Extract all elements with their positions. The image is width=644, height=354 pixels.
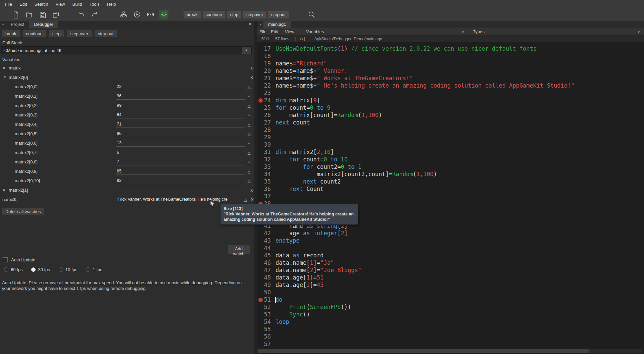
code-line[interactable]: 25for count=0 to 9 — [257, 104, 644, 111]
code-line[interactable]: 51do — [257, 296, 644, 303]
line-number[interactable]: 45 — [257, 252, 271, 259]
variable-graph-button[interactable]: △ — [246, 159, 252, 165]
line-number[interactable]: 25 — [257, 104, 271, 111]
code-editor[interactable]: 17UseNewDefaultFonts(1) // since version… — [257, 42, 644, 348]
line-number[interactable]: 43 — [257, 237, 271, 244]
editor-menu-file[interactable]: File — [259, 29, 266, 34]
fps-option[interactable]: 60 fps — [4, 267, 22, 272]
variable-value-field[interactable]: 22 — [116, 84, 245, 90]
chevron-expanded-icon[interactable]: ▼ — [3, 75, 6, 79]
broadcast-icon[interactable] — [146, 10, 155, 19]
watch-input[interactable] — [1, 245, 224, 254]
code-line[interactable]: 32 for count=0 to 10 — [257, 156, 644, 163]
line-number[interactable]: 29 — [257, 134, 271, 141]
line-number[interactable]: 27 — [257, 119, 271, 126]
variable-value-field[interactable]: 13 — [116, 140, 245, 147]
line-number[interactable]: 51 — [257, 296, 271, 303]
step-button[interactable]: step — [227, 11, 242, 18]
radio-icon[interactable] — [59, 267, 63, 272]
line-number[interactable]: 50 — [257, 289, 271, 296]
line-number[interactable]: 32 — [257, 156, 271, 163]
variable-row[interactable]: matrix2[0,6]13△ — [0, 139, 254, 148]
variable-graph-button[interactable]: △ — [246, 131, 252, 137]
variable-value-field[interactable]: 64 — [116, 112, 245, 118]
line-number[interactable]: 42 — [257, 230, 271, 237]
code-line[interactable]: 47data.name[2]="Joe Bloggs" — [257, 266, 644, 274]
tab-debugger[interactable]: Debugger — [29, 21, 58, 28]
horizontal-scrollbar[interactable] — [257, 349, 642, 353]
variable-row[interactable]: matrix2[0,9]65△ — [0, 167, 254, 176]
code-line[interactable]: 26 matrix[count]=Random(1,100) — [257, 111, 644, 119]
continue-button[interactable]: continue — [203, 11, 225, 18]
scrollbar-thumb[interactable] — [258, 349, 589, 353]
line-number[interactable]: 17 — [257, 45, 271, 52]
step-over-button[interactable]: step over — [67, 30, 91, 37]
line-number[interactable]: 49 — [257, 281, 271, 289]
code-line[interactable]: 43endtype — [257, 237, 644, 244]
stepout-button[interactable]: stepout — [268, 11, 289, 18]
code-line[interactable]: 50 — [257, 289, 644, 296]
code-line[interactable]: 52 Print(ScreenFPS()) — [257, 303, 644, 311]
code-line[interactable]: 24dim matrix[9] — [257, 97, 644, 104]
save-icon[interactable] — [38, 10, 47, 19]
variable-row[interactable]: matrix2[0,5]96△ — [0, 130, 254, 139]
menu-search[interactable]: Search — [31, 2, 52, 7]
auto-update-checkbox[interactable] — [3, 257, 8, 262]
remove-variable-button[interactable]: X — [249, 65, 254, 71]
pane-menu-icon[interactable]: ▼ — [0, 21, 6, 28]
menu-edit[interactable]: Edit — [16, 2, 31, 7]
code-line[interactable]: 46data.name[1]="Ja" — [257, 259, 644, 266]
code-line[interactable]: 45data as record — [257, 252, 644, 259]
code-line[interactable]: 35 next count2 — [257, 178, 644, 185]
call-stack-select[interactable]: <Main> in main.agc at line 46 ▼ — [1, 46, 252, 54]
menu-tools[interactable]: Tools — [86, 2, 103, 7]
code-line[interactable]: 29 — [257, 134, 644, 141]
code-line[interactable]: 36 next Count — [257, 185, 644, 193]
variable-row[interactable]: matrix2[0,0]22△ — [0, 83, 254, 92]
line-number[interactable]: 56 — [257, 333, 271, 340]
code-line[interactable]: 22name$=name$+" He's helping create an a… — [257, 82, 644, 89]
debug-icon[interactable] — [159, 10, 168, 19]
variable-value-field[interactable]: 65 — [116, 168, 245, 175]
line-number[interactable]: 55 — [257, 325, 271, 333]
code-line[interactable]: 17UseNewDefaultFonts(1) // since version… — [257, 45, 644, 52]
radio-icon[interactable] — [4, 267, 8, 272]
variable-graph-button[interactable]: △ — [246, 93, 252, 99]
step-button[interactable]: step — [49, 30, 64, 37]
variable-row[interactable]: matrix2[0,7]6△ — [0, 148, 254, 158]
line-number[interactable]: 47 — [257, 266, 271, 274]
variable-graph-button[interactable]: △ — [246, 103, 252, 109]
code-line[interactable]: 37 — [257, 193, 644, 200]
step-out-button[interactable]: step out — [95, 30, 117, 37]
variable-row[interactable]: matrix2[0,4]71△ — [0, 120, 254, 130]
variable-value-field[interactable]: 6 — [116, 149, 245, 156]
stepover-button[interactable]: stepover — [243, 11, 266, 18]
variable-row[interactable]: matrix2[0,1]96△ — [0, 92, 254, 101]
line-number[interactable]: 20 — [257, 67, 271, 74]
line-number[interactable]: 18 — [257, 52, 271, 60]
menu-file[interactable]: File — [1, 2, 16, 7]
variable-row[interactable]: ▶matrixX — [0, 64, 254, 73]
line-number[interactable]: 30 — [257, 141, 271, 148]
variable-graph-button[interactable]: △ — [246, 121, 252, 128]
line-number[interactable]: 52 — [257, 303, 271, 311]
line-number[interactable]: 28 — [257, 126, 271, 134]
code-line[interactable]: 30 — [257, 141, 644, 148]
continue-button[interactable]: continue — [23, 30, 46, 37]
editor-menu-edit[interactable]: Edit — [271, 29, 278, 34]
fps-option[interactable]: 30 fps — [31, 267, 50, 272]
variable-row[interactable]: matrix2[0,8]7△ — [0, 158, 254, 167]
break-button[interactable]: break — [184, 11, 201, 18]
line-number[interactable]: 44 — [257, 244, 271, 252]
radio-icon[interactable] — [31, 267, 36, 272]
redo-icon[interactable] — [90, 10, 99, 19]
variable-graph-button[interactable]: △ — [246, 112, 252, 118]
code-line[interactable]: 54loop — [257, 318, 644, 325]
line-number[interactable]: 54 — [257, 318, 271, 325]
variable-value-field[interactable]: 71 — [116, 121, 245, 128]
menu-build[interactable]: Build — [69, 2, 86, 7]
chevron-collapsed-icon[interactable]: ▶ — [3, 188, 6, 192]
undo-icon[interactable] — [77, 10, 86, 19]
watch-value-field[interactable]: "Rick Vanner. Works at TheGameCreators! … — [116, 196, 241, 203]
line-number[interactable]: 34 — [257, 170, 271, 178]
